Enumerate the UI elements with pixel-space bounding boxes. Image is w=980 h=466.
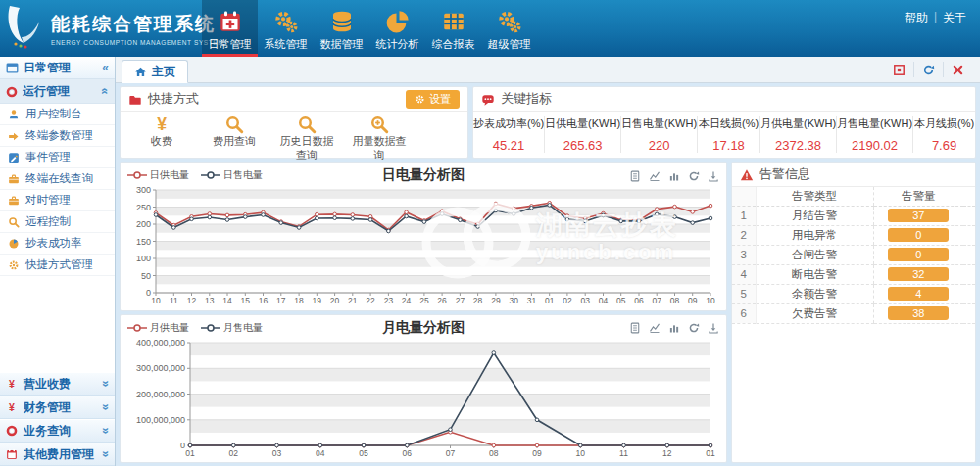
- briefcase-icon: [8, 173, 20, 185]
- speech-icon: [481, 93, 495, 107]
- legend-item[interactable]: 日供电量: [127, 168, 189, 182]
- alarm-count-badge[interactable]: 38: [888, 306, 949, 320]
- svg-text:09: 09: [688, 296, 698, 305]
- svg-text:20: 20: [330, 296, 340, 305]
- toolbox-refresh-button[interactable]: [688, 319, 700, 337]
- toolbox-download-button[interactable]: [708, 319, 719, 337]
- legend-item[interactable]: 日售电量: [201, 168, 263, 182]
- alarm-count-badge[interactable]: 0: [888, 228, 949, 242]
- sidebar-section-running[interactable]: 运行管理 «: [0, 79, 115, 104]
- sidebar-section-finance-management[interactable]: ¥财务管理«: [0, 396, 115, 419]
- alarm-count-badge[interactable]: 4: [888, 287, 949, 301]
- toolbox-refresh-button[interactable]: [688, 166, 700, 184]
- alarm-row[interactable]: 1月结告警37: [732, 206, 975, 225]
- kpi-value: 2190.02: [837, 138, 912, 153]
- shortcut-label: 收费: [151, 135, 172, 149]
- alarm-col-type: 告警类型: [756, 187, 873, 206]
- sidebar-item-terminal-params[interactable]: 终端参数管理: [0, 125, 115, 147]
- toolbox-dataview-button[interactable]: [629, 166, 641, 184]
- sidebar-item-meter-read-rate[interactable]: 抄表成功率: [0, 233, 115, 255]
- svg-text:12: 12: [662, 448, 672, 458]
- top-menu-item-comprehensive-report[interactable]: 综合报表: [425, 0, 481, 57]
- alarm-row-number: 2: [732, 225, 756, 245]
- toolbox-line-restore-button[interactable]: [649, 319, 661, 337]
- tab-actions: [885, 57, 980, 82]
- calendar-small-icon: [6, 448, 18, 460]
- yen-icon: ¥: [6, 378, 18, 390]
- alarm-count-badge[interactable]: 37: [888, 209, 949, 222]
- sidebar-item-event-management[interactable]: 事件管理: [0, 147, 115, 168]
- alarm-count-badge[interactable]: 0: [888, 248, 949, 261]
- alarm-panel: 告警信息 告警类型告警量 1月结告警372用电异常03合闸告警04断电告警325…: [731, 162, 976, 463]
- svg-text:08: 08: [489, 448, 499, 458]
- sidebar-item-time-sync-management[interactable]: 对时管理: [0, 190, 115, 211]
- svg-text:17: 17: [276, 296, 286, 305]
- shortcut-usage-data-query[interactable]: 用量数据查询: [350, 115, 409, 163]
- kpi-body: 抄表成功率(%)45.21日供电量(KWH)265.63日售电量(KWH)220…: [473, 112, 975, 158]
- top-menu-item-daily-management[interactable]: 日常管理: [202, 0, 258, 57]
- refresh-tab-button[interactable]: [913, 62, 943, 77]
- shortcut-charge[interactable]: ¥收费: [132, 115, 191, 149]
- top-menu-item-statistics-analysis[interactable]: 统计分析: [369, 0, 425, 57]
- user-icon: [8, 109, 20, 120]
- toolbox-line-restore-button[interactable]: [649, 166, 661, 184]
- maximize-button[interactable]: [885, 62, 913, 77]
- alarm-count-badge[interactable]: 32: [888, 267, 949, 281]
- alarm-row[interactable]: 3合闸告警0: [732, 245, 975, 264]
- top-menu: 日常管理系统管理数据管理统计分析综合报表超级管理: [202, 0, 537, 57]
- shortcut-label: 历史日数据查询: [277, 135, 336, 163]
- toolbox-dataview-button[interactable]: [629, 319, 641, 337]
- alarm-row[interactable]: 2用电异常0: [732, 225, 975, 245]
- sidebar-section-business-fees[interactable]: ¥营业收费«: [0, 372, 115, 396]
- gear-icon: [8, 259, 20, 271]
- help-link[interactable]: 帮助: [905, 10, 928, 26]
- settings-button[interactable]: 设置: [406, 90, 460, 109]
- alarm-row[interactable]: 6欠费告警38: [732, 303, 975, 323]
- top-menu-item-data-management[interactable]: 数据管理: [314, 0, 369, 57]
- kpi-meter-success-rate: 抄表成功率(%)45.21: [473, 116, 544, 153]
- sidebar-header[interactable]: 日常管理 «: [0, 57, 115, 79]
- bar-switch-icon: [668, 170, 680, 182]
- tab-home[interactable]: 主页: [122, 60, 188, 83]
- legend-item[interactable]: 月售电量: [201, 321, 263, 335]
- kpi-label: 本月线损(%): [913, 116, 975, 131]
- monthly-chart-body: 0100,000,000200,000,000300,000,000400,00…: [127, 338, 719, 463]
- sidebar-item-shortcut-management[interactable]: 快捷方式管理: [0, 255, 115, 276]
- legend-symbol: [201, 323, 220, 333]
- refresh-icon: [688, 322, 700, 334]
- shortcuts-panel: 快捷方式 设置 ¥收费费用查询历史日数据查询用量数据查询: [120, 86, 468, 159]
- svg-text:06: 06: [403, 448, 413, 458]
- sidebar-item-user-console[interactable]: 用户控制台: [0, 104, 115, 125]
- chevron-down-icon: «: [99, 428, 113, 435]
- shortcut-history-daily-data-query[interactable]: 历史日数据查询: [277, 115, 336, 163]
- maximize-icon: [893, 64, 906, 76]
- toolbox-bar-switch-button[interactable]: [668, 319, 680, 337]
- line-restore-icon: [649, 322, 661, 334]
- search-icon: [224, 115, 244, 134]
- toolbox-bar-switch-button[interactable]: [668, 166, 680, 184]
- alarm-row[interactable]: 5余额告警4: [732, 284, 975, 303]
- charts-column: 日供电量日售电量 日电量分析图 050100150200250300101112…: [120, 162, 727, 463]
- home-icon: [134, 66, 147, 78]
- sidebar-item-remote-control[interactable]: 远程控制: [0, 211, 115, 233]
- close-tab-button[interactable]: [943, 62, 972, 77]
- legend-item[interactable]: 月供电量: [127, 321, 189, 335]
- kpi-label: 日供电量(KWH): [545, 116, 620, 131]
- sidebar-item-terminal-online-query[interactable]: 终端在线查询: [0, 168, 115, 190]
- edit-icon: [8, 152, 20, 163]
- sidebar-item-label: 对时管理: [25, 193, 71, 208]
- sidebar-section-business-query[interactable]: 业务查询«: [0, 419, 115, 443]
- shortcut-fee-query[interactable]: 费用查询: [205, 115, 264, 149]
- svg-text:31: 31: [527, 296, 537, 305]
- sidebar-collapse-icon[interactable]: «: [102, 61, 109, 74]
- about-link[interactable]: 关于: [943, 10, 966, 26]
- alarm-row[interactable]: 4断电告警32: [732, 264, 975, 284]
- top-menu-item-super-management[interactable]: 超级管理: [481, 0, 537, 57]
- window-icon: [6, 62, 19, 74]
- svg-text:0: 0: [180, 441, 185, 450]
- top-menu-item-system-management[interactable]: 系统管理: [258, 0, 314, 57]
- sidebar-section-other-fees-management[interactable]: 其他费用管理«: [0, 443, 115, 466]
- alarm-title: 告警信息: [760, 165, 810, 183]
- monthly-chart-header: 月供电量月售电量 月电量分析图: [127, 318, 719, 338]
- toolbox-download-button[interactable]: [708, 166, 719, 184]
